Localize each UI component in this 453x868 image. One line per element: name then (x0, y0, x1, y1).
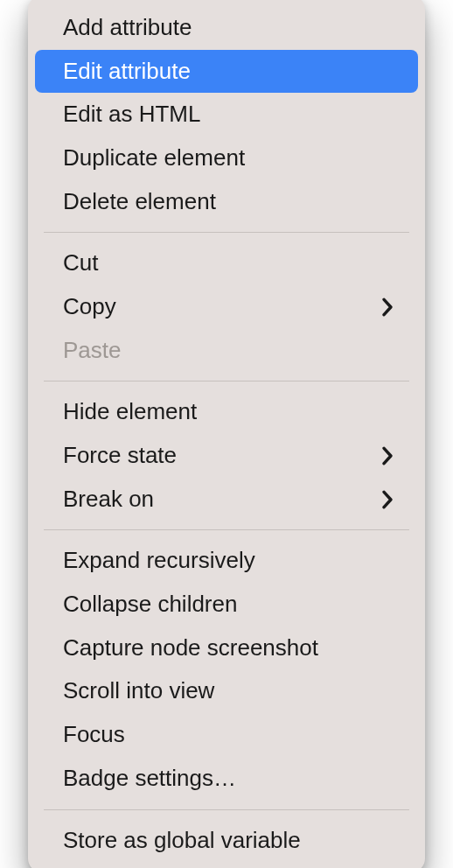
menu-item-duplicate-element[interactable]: Duplicate element (35, 136, 418, 180)
menu-separator (44, 529, 409, 530)
menu-item-scroll-into-view[interactable]: Scroll into view (35, 669, 418, 713)
menu-item-hide-element[interactable]: Hide element (35, 390, 418, 434)
menu-item-delete-element[interactable]: Delete element (35, 180, 418, 224)
menu-item-label: Focus (63, 718, 125, 752)
chevron-right-icon (381, 490, 394, 509)
menu-item-paste: Paste (35, 329, 418, 373)
menu-item-store-as-global-variable[interactable]: Store as global variable (35, 819, 418, 863)
menu-separator (44, 381, 409, 382)
menu-item-cut[interactable]: Cut (35, 242, 418, 285)
menu-item-label: Badge settings… (63, 762, 236, 795)
menu-item-label: Copy (63, 290, 116, 324)
menu-item-edit-attribute[interactable]: Edit attribute (35, 50, 418, 94)
menu-item-label: Cut (63, 247, 98, 280)
menu-item-label: Break on (63, 483, 154, 516)
menu-item-focus[interactable]: Focus (35, 713, 418, 757)
menu-item-capture-node-screenshot[interactable]: Capture node screenshot (35, 626, 418, 670)
menu-item-label: Capture node screenshot (63, 632, 318, 665)
menu-item-label: Delete element (63, 186, 216, 219)
menu-item-expand-recursively[interactable]: Expand recursively (35, 539, 418, 583)
menu-item-add-attribute[interactable]: Add attribute (35, 6, 418, 50)
menu-item-label: Hide element (63, 396, 197, 429)
menu-item-force-state[interactable]: Force state (35, 434, 418, 478)
chevron-right-icon (381, 298, 394, 317)
chevron-right-icon (381, 446, 394, 466)
menu-item-edit-as-html[interactable]: Edit as HTML (35, 93, 418, 136)
menu-item-label: Force state (63, 439, 177, 472)
menu-item-label: Edit as HTML (63, 98, 201, 131)
menu-item-label: Expand recursively (63, 544, 255, 578)
menu-item-label: Collapse children (63, 588, 237, 621)
menu-separator (44, 809, 409, 810)
menu-item-badge-settings[interactable]: Badge settings… (35, 757, 418, 801)
context-menu: Add attributeEdit attributeEdit as HTMLD… (28, 0, 425, 868)
menu-item-collapse-children[interactable]: Collapse children (35, 583, 418, 626)
menu-item-break-on[interactable]: Break on (35, 478, 418, 522)
menu-item-label: Duplicate element (63, 142, 245, 175)
menu-item-label: Add attribute (63, 11, 192, 45)
menu-item-label: Scroll into view (63, 675, 214, 708)
menu-item-label: Edit attribute (63, 55, 191, 88)
menu-item-label: Store as global variable (63, 824, 301, 858)
menu-item-label: Paste (63, 334, 122, 368)
menu-item-copy[interactable]: Copy (35, 285, 418, 329)
menu-separator (44, 232, 409, 233)
